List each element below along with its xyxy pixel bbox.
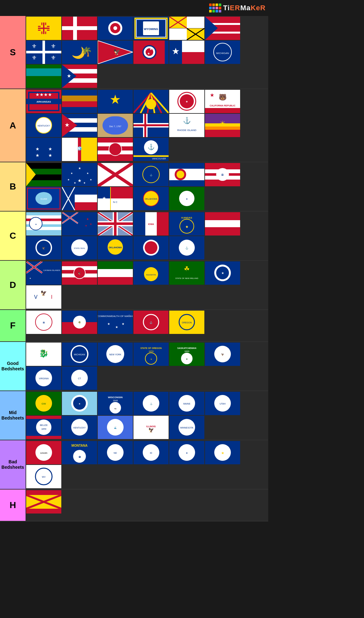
flag-uk-blue[interactable] — [98, 212, 133, 236]
flag-new-mexico[interactable] — [26, 17, 61, 40]
flag-blue-seal[interactable]: ★ — [205, 261, 240, 285]
flag-seal3[interactable]: STATE SEAL — [62, 236, 97, 259]
flag-kansas[interactable]: KANSAS⭐ — [169, 212, 204, 236]
flag-kentucky[interactable]: KENTUCKY — [26, 114, 61, 137]
flag-seal1[interactable]: ⚓ — [133, 163, 169, 186]
flag-washington[interactable]: GW — [26, 392, 61, 415]
flag-nunavut[interactable]: 🧊 — [62, 138, 97, 161]
flag-black-green[interactable] — [26, 163, 61, 186]
flag-tennessee[interactable]: ★★★ — [133, 41, 169, 64]
flag-seal9[interactable]: ⚓ — [133, 392, 169, 415]
flag-georgia[interactable]: 🏛 — [26, 311, 61, 334]
svg-rect-150 — [26, 180, 61, 186]
svg-rect-272 — [98, 277, 133, 285]
flag-colorado[interactable] — [169, 163, 204, 186]
flag-alabama[interactable] — [98, 163, 133, 186]
flag-dc[interactable]: 🏛 — [205, 163, 240, 186]
flag-seal12[interactable]: ID — [133, 441, 169, 464]
flag-ct[interactable]: CT — [62, 367, 97, 390]
flag-michigan[interactable]: MICHIGAN — [62, 343, 97, 366]
flag-maine[interactable]: MAINE — [169, 392, 204, 415]
flag-oklahoma-text[interactable]: OKLAHOMA — [98, 236, 133, 259]
flag-seal2[interactable]: 🦅 — [26, 236, 61, 259]
flag-seal13[interactable]: ★ — [169, 441, 204, 464]
flag-denmark[interactable] — [62, 17, 97, 40]
flag-haiti[interactable]: 🌴 — [62, 311, 97, 334]
flag-wisconsin[interactable]: WISCONSIN1848🦡 — [98, 392, 133, 415]
flag-cayman-islands[interactable]: ★CAYMAN ISLANDS — [26, 261, 61, 285]
flag-ny[interactable]: NEW YORK — [98, 343, 133, 366]
flag-delaware[interactable]: Dec 7, 1787 — [98, 114, 133, 137]
flag-mass[interactable]: 🐉 — [26, 343, 61, 366]
flag-usvi[interactable]: VI🦅 — [26, 285, 61, 309]
logo-text: TiERMaKeR — [223, 4, 266, 12]
flag-mn[interactable]: MINNESOTA — [169, 416, 204, 439]
flag-keewatin[interactable]: KEEWATIN — [133, 261, 169, 285]
flag-alaska[interactable]: ★★★★★★★★ — [62, 163, 97, 186]
flag-green-seal[interactable]: ★ — [169, 187, 204, 210]
flag-maryland[interactable] — [169, 17, 204, 40]
svg-text:★: ★ — [67, 73, 71, 79]
flag-cuba[interactable]: ★ — [62, 114, 97, 137]
flag-co-stripes[interactable] — [62, 90, 97, 113]
flag-utah[interactable]: UTAH — [205, 392, 240, 415]
flag-montana[interactable]: MONTANA🏔 — [62, 441, 97, 464]
flag-american-samoa[interactable]: 🦅 — [98, 41, 133, 64]
flag-sc[interactable]: 🌙🌴 — [62, 41, 97, 64]
flag-seal8[interactable]: ★ — [62, 392, 97, 415]
flag-ohio[interactable] — [98, 17, 133, 40]
flag-seal-unknown[interactable]: ★ — [169, 90, 204, 113]
flag-quebec[interactable]: ⚜⚜⚜⚜ — [26, 41, 61, 64]
flag-lincoln[interactable]: Lincoln — [26, 441, 61, 464]
flag-nordic[interactable] — [133, 114, 169, 137]
flag-teal-green[interactable] — [26, 65, 61, 88]
flag-california[interactable]: 🐻★CALIFORNIA REPUBLIC — [205, 90, 240, 113]
flag-new-ireland[interactable]: ☘STATE OF NEW IRELAND — [169, 261, 204, 285]
flag-wyoming[interactable]: WYOMING — [133, 17, 169, 40]
svg-text:🐻: 🐻 — [219, 93, 227, 101]
flag-pr[interactable]: ★ — [62, 65, 97, 88]
flag-seal11[interactable]: ND — [98, 441, 133, 464]
flag-seal6[interactable]: 🦅 — [62, 261, 97, 285]
flag-michigan2[interactable]: MICHIGAN — [205, 41, 240, 64]
flag-ohio2[interactable] — [205, 17, 240, 40]
svg-text:VANCOUVER: VANCOUVER — [152, 158, 166, 160]
flag-nz[interactable]: ★★★ — [62, 212, 97, 236]
flag-ri2[interactable]: ⚓VANCOUVER — [133, 138, 169, 161]
flag-oregon[interactable]: STATE OF OREGON1859★ — [133, 343, 169, 366]
flag-arizona[interactable] — [133, 90, 169, 113]
svg-point-172 — [177, 171, 184, 178]
flag-seal4[interactable] — [133, 236, 169, 259]
flag-oklahoma[interactable]: OKLAHOMA — [133, 187, 169, 210]
flag-nc[interactable]: ★N C — [98, 187, 133, 210]
flag-mississippi[interactable] — [62, 187, 97, 210]
flag-iowa[interactable]: IOWA — [133, 212, 169, 236]
flag-dark-star[interactable]: ★ — [98, 90, 133, 113]
svg-text:★: ★ — [85, 224, 87, 227]
flag-cnmi[interactable]: COMMONWEALTH OF MAÑIHI★★★ — [98, 311, 133, 334]
flag-seal-red[interactable] — [98, 138, 133, 161]
flag-sask[interactable]: SASKATCHEWAN1889★ — [169, 343, 204, 366]
flag-red-white[interactable] — [205, 212, 240, 236]
flag-ri[interactable]: ⚓RHODE ISLAND — [169, 114, 204, 137]
flag-arkansas[interactable]: ARKANSAS★★★★ — [26, 90, 61, 113]
flag-seal5[interactable]: ⚓ — [169, 236, 204, 259]
flag-seal14[interactable]: ⭐ — [205, 441, 240, 464]
flag-texas[interactable]: ★ — [169, 41, 204, 64]
flag-seal7[interactable]: ⚓ — [133, 311, 169, 334]
flag-stars[interactable]: ★★★★ — [26, 138, 61, 161]
flag-guam[interactable]: GUAM — [26, 187, 61, 210]
flag-sunrise[interactable]: ☀ — [205, 114, 240, 137]
flag-kystate[interactable]: KENTUCKY — [62, 416, 97, 439]
flag-seal10[interactable]: 🌊 — [98, 416, 133, 439]
flag-va[interactable]: VIRGINIA — [26, 367, 61, 390]
flag-pa[interactable]: 🦅 — [205, 343, 240, 366]
flag-wv[interactable]: WV — [26, 465, 61, 488]
flag-striped-blue[interactable]: ★ — [26, 212, 61, 236]
svg-rect-239 — [205, 220, 240, 227]
flag-green-white[interactable] — [98, 261, 133, 285]
flag-al[interactable] — [26, 490, 61, 514]
flag-oregon-seal[interactable]: OREGON — [169, 311, 204, 334]
flag-il[interactable]: ILLINOIS🦅 — [133, 416, 169, 439]
flag-belize[interactable]: BELIZE1859 — [26, 416, 61, 439]
